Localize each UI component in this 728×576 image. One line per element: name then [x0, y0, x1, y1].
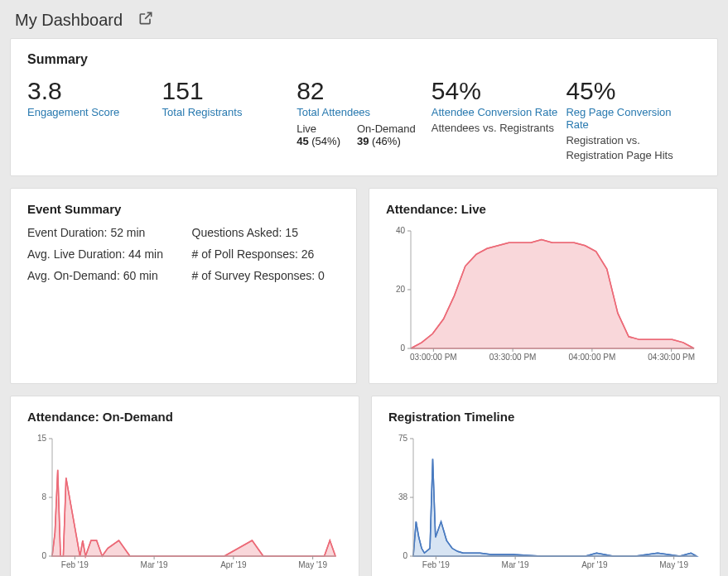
kpi-value: 45% [566, 77, 692, 104]
registration-timeline-card: Registration Timeline 03875Feb '19Mar '1… [371, 396, 721, 576]
kpi-attendee-conv: 54% Attendee Conversion Rate Attendees v… [431, 77, 566, 162]
es-questions: Questions Asked: 15 [192, 226, 340, 239]
svg-marker-17 [52, 470, 335, 556]
card-title: Attendance: Live [386, 202, 701, 216]
svg-text:8: 8 [41, 492, 46, 502]
svg-text:38: 38 [398, 492, 408, 502]
kpi-sub: Registration vs. Registration Page Hits [566, 133, 692, 162]
kpi-link-regpage-conv[interactable]: Reg Page Conversion Rate [566, 106, 692, 131]
svg-text:0: 0 [403, 551, 407, 560]
chart-ondemand: 0815Feb '19Mar '19Apr '19May '19 [27, 434, 342, 576]
kpi-sub: Attendees vs. Registrants [431, 121, 558, 136]
kpi-link-attendees[interactable]: Total Attendees [297, 106, 370, 118]
svg-marker-34 [413, 459, 697, 556]
svg-text:03:30:00 PM: 03:30:00 PM [489, 353, 537, 362]
svg-text:03:00:00 PM: 03:00:00 PM [410, 353, 457, 362]
attendance-live-card: Attendance: Live 0204003:00:00 PM03:30:0… [369, 188, 718, 384]
label: On-Demand [357, 122, 416, 135]
attendance-ondemand-card: Attendance: On-Demand 0815Feb '19Mar '19… [10, 396, 359, 576]
svg-text:20: 20 [396, 285, 406, 294]
card-title: Attendance: On-Demand [27, 410, 342, 424]
card-title: Registration Timeline [388, 410, 703, 424]
svg-text:Mar '19: Mar '19 [141, 560, 168, 569]
svg-text:0: 0 [41, 551, 46, 560]
pct: (54%) [311, 135, 340, 147]
page-header: My Dashboard [10, 7, 718, 38]
count: 45 [297, 135, 308, 147]
kpi-engagement: 3.8 Engagement Score [27, 77, 162, 162]
kpi-value: 151 [162, 77, 289, 104]
svg-marker-0 [411, 240, 694, 348]
kpi-link-attendee-conv[interactable]: Attendee Conversion Rate [431, 106, 557, 118]
kpi-link-registrants[interactable]: Total Registrants [162, 106, 243, 118]
es-avg-live: Avg. Live Duration: 44 min [27, 247, 176, 261]
kpi-value: 54% [431, 77, 558, 104]
kpi-regpage-conv: 45% Reg Page Conversion Rate Registratio… [566, 77, 701, 162]
share-icon[interactable] [137, 10, 154, 30]
summary-title: Summary [27, 52, 701, 67]
kpi-link-engagement[interactable]: Engagement Score [27, 106, 119, 118]
es-duration: Event Duration: 52 min [27, 226, 176, 239]
chart-live: 0204003:00:00 PM03:30:00 PM04:00:00 PM04… [386, 226, 701, 370]
page-title: My Dashboard [15, 11, 123, 30]
event-summary-card: Event Summary Event Duration: 52 min Que… [10, 188, 357, 384]
label: Live [297, 122, 340, 135]
es-polls: # of Poll Responses: 26 [192, 247, 340, 261]
pct: (46%) [372, 135, 401, 147]
kpi-value: 82 [297, 77, 423, 104]
svg-text:0: 0 [400, 343, 405, 353]
svg-text:Apr '19: Apr '19 [220, 560, 247, 569]
svg-text:Feb '19: Feb '19 [422, 560, 450, 569]
kpi-row: 3.8 Engagement Score 151 Total Registran… [27, 77, 701, 162]
attendees-ondemand: On-Demand 39 (46%) [357, 122, 416, 147]
kpi-attendees: 82 Total Attendees Live 45 (54%) On-Dema… [297, 77, 431, 162]
svg-text:04:00:00 PM: 04:00:00 PM [569, 353, 616, 362]
attendees-live: Live 45 (54%) [297, 122, 340, 147]
svg-text:Mar '19: Mar '19 [502, 560, 529, 569]
chart-registration: 03875Feb '19Mar '19Apr '19May '19 [388, 434, 703, 576]
svg-text:May '19: May '19 [659, 560, 688, 569]
svg-text:04:30:00 PM: 04:30:00 PM [648, 353, 695, 362]
kpi-registrants: 151 Total Registrants [162, 77, 297, 162]
svg-text:Feb '19: Feb '19 [61, 560, 89, 569]
es-surveys: # of Survey Responses: 0 [192, 269, 340, 282]
svg-text:75: 75 [398, 434, 408, 443]
count: 39 [357, 135, 369, 147]
svg-text:Apr '19: Apr '19 [581, 560, 608, 569]
card-title: Event Summary [27, 202, 340, 216]
es-avg-od: Avg. On-Demand: 60 min [27, 269, 176, 282]
kpi-value: 3.8 [27, 77, 154, 104]
svg-text:40: 40 [396, 226, 406, 235]
svg-text:15: 15 [37, 434, 47, 443]
summary-card: Summary 3.8 Engagement Score 151 Total R… [10, 38, 718, 176]
svg-text:May '19: May '19 [298, 560, 327, 569]
